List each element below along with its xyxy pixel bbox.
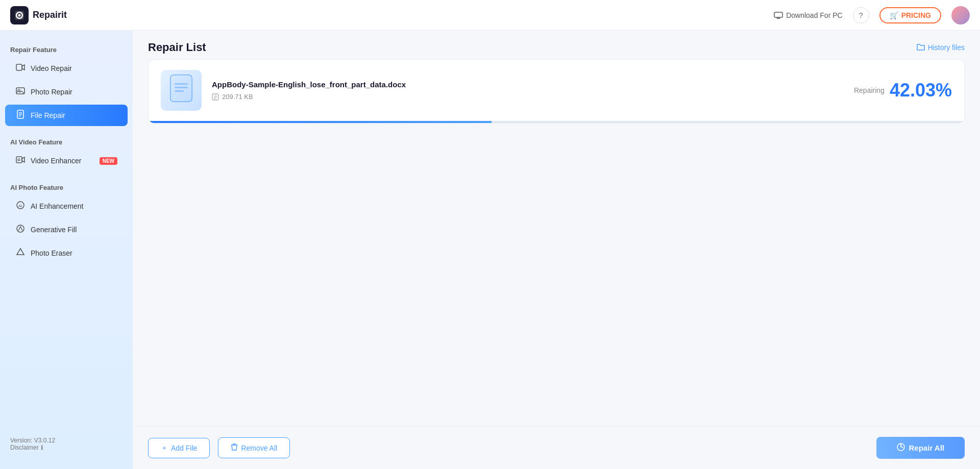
monitor-icon (774, 12, 783, 19)
ai-enhancement-icon: AI (15, 201, 26, 212)
svg-rect-22 (170, 75, 192, 102)
sidebar-section-ai-photo: AI Photo Feature (0, 179, 133, 194)
page-title: Repair List (148, 41, 206, 54)
add-file-button[interactable]: ＋ Add File (148, 438, 210, 458)
photo-repair-label: Photo Repair (31, 88, 72, 96)
repair-all-button[interactable]: Repair All (876, 437, 965, 459)
file-status: Repairing 42.03% (854, 80, 952, 101)
app-name: Repairit (33, 10, 67, 20)
file-icon-wrapper (161, 70, 202, 111)
disclaimer-row[interactable]: Disclaimer ℹ (10, 444, 122, 451)
generative-fill-icon (15, 224, 26, 235)
app-logo-icon (10, 6, 29, 24)
file-info: AppBody-Sample-English_lose_front_part_d… (212, 80, 844, 101)
progress-bar-fill (149, 121, 492, 123)
download-pc-label: Download For PC (786, 11, 843, 19)
version-text: Version: V3.0.12 (10, 437, 122, 444)
svg-point-2 (18, 14, 21, 16)
history-files-label: History files (928, 43, 965, 52)
svg-rect-4 (16, 64, 22, 70)
sidebar-bottom: Version: V3.0.12 Disclaimer ℹ (0, 429, 133, 459)
logo-area: Repairit (10, 6, 143, 24)
svg-point-12 (18, 159, 20, 161)
sidebar-item-file-repair[interactable]: File Repair (5, 105, 128, 126)
topbar-right: Download For PC ? 🛒 PRICING (774, 6, 970, 24)
help-button[interactable]: ? (853, 7, 869, 23)
svg-rect-11 (16, 157, 22, 163)
file-card-inner: AppBody-Sample-English_lose_front_part_d… (149, 60, 964, 121)
history-files-button[interactable]: History files (917, 43, 965, 52)
file-list-area: AppBody-Sample-English_lose_front_part_d… (133, 59, 980, 426)
content-header: Repair List History files (133, 31, 980, 59)
progress-bar-wrap (149, 121, 964, 123)
file-repair-icon (15, 110, 26, 121)
sidebar-item-generative-fill[interactable]: Generative Fill (5, 219, 128, 240)
video-enhancer-icon (15, 155, 26, 166)
content-area: Repair List History files (133, 31, 980, 469)
file-size-row: 209.71 KB (212, 93, 844, 101)
photo-repair-icon (15, 86, 26, 97)
doc-icon (168, 74, 194, 107)
pricing-button[interactable]: 🛒 PRICING (879, 7, 941, 23)
video-repair-label: Video Repair (31, 64, 72, 72)
file-size: 209.71 KB (222, 93, 253, 101)
sidebar-item-video-repair[interactable]: Video Repair (5, 58, 128, 79)
sidebar-item-ai-enhancement[interactable]: AI AI Enhancement (5, 195, 128, 217)
sidebar-item-video-enhancer[interactable]: Video Enhancer NEW (5, 150, 128, 171)
remove-all-button[interactable]: Remove All (218, 437, 290, 458)
remove-all-label: Remove All (241, 444, 277, 452)
file-name: AppBody-Sample-English_lose_front_part_d… (212, 80, 844, 89)
sidebar-item-photo-repair[interactable]: Photo Repair (5, 81, 128, 103)
bottom-toolbar: ＋ Add File Remove All Repair All (133, 426, 980, 469)
photo-eraser-label: Photo Eraser (31, 249, 72, 257)
add-file-label: Add File (171, 444, 197, 452)
sidebar: Repair Feature Video Repair Photo Repair… (0, 31, 133, 469)
svg-rect-3 (774, 12, 782, 17)
folder-icon (917, 43, 925, 52)
topbar: Repairit Download For PC ? 🛒 PRICING (0, 0, 980, 31)
file-card: AppBody-Sample-English_lose_front_part_d… (148, 59, 965, 124)
trash-icon (231, 443, 238, 453)
pricing-label: PRICING (901, 11, 931, 19)
photo-eraser-icon (15, 248, 26, 259)
video-enhancer-label: Video Enhancer (31, 157, 81, 165)
help-icon: ? (859, 11, 863, 19)
generative-fill-label: Generative Fill (31, 226, 77, 234)
svg-marker-16 (17, 249, 24, 255)
sidebar-item-photo-eraser[interactable]: Photo Eraser (5, 242, 128, 264)
download-pc-button[interactable]: Download For PC (774, 11, 843, 19)
user-avatar[interactable] (951, 6, 970, 24)
cart-icon: 🛒 (890, 11, 898, 19)
repair-all-icon (897, 443, 905, 453)
new-badge: NEW (100, 157, 117, 165)
sidebar-section-repair-feature: Repair Feature (0, 41, 133, 57)
ai-enhancement-label: AI Enhancement (31, 202, 84, 210)
main-layout: Repair Feature Video Repair Photo Repair… (0, 31, 980, 469)
file-repair-label: File Repair (31, 111, 65, 119)
disclaimer-label: Disclaimer (10, 444, 39, 451)
repair-all-label: Repair All (909, 443, 944, 452)
svg-text:AI: AI (18, 204, 22, 208)
progress-percent: 42.03% (890, 80, 952, 101)
info-icon: ℹ (41, 444, 43, 451)
video-repair-icon (15, 63, 26, 74)
repairing-label: Repairing (854, 86, 885, 94)
sidebar-section-ai-video: AI Video Feature (0, 133, 133, 149)
size-icon (212, 93, 219, 101)
plus-icon: ＋ (161, 443, 168, 453)
